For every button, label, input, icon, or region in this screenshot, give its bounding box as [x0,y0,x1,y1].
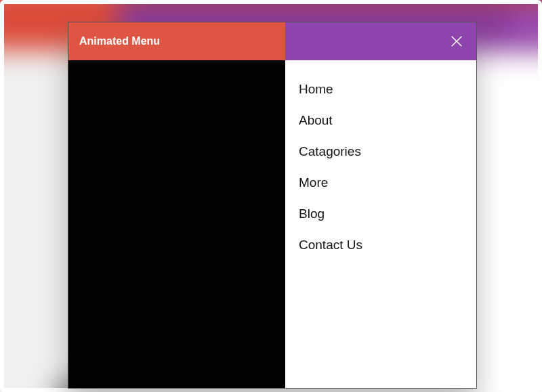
menu-body: Home About Catagories More Blog Contact … [68,60,476,388]
menu-item-label: Blog [299,206,325,221]
menu-item-more[interactable]: More [299,167,463,198]
menu-item-contact[interactable]: Contact Us [299,230,463,261]
close-button[interactable] [448,32,465,50]
menu-header: Animated Menu [68,22,476,60]
menu-item-label: About [299,113,333,127]
menu-list: Home About Catagories More Blog Contact … [299,74,463,261]
menu-right-pane: Home About Catagories More Blog Contact … [285,60,476,388]
menu-item-home[interactable]: Home [299,74,463,105]
menu-item-label: More [299,175,328,190]
menu-item-label: Catagories [299,144,361,158]
menu-title-bar: Animated Menu [68,22,285,60]
menu-item-label: Home [299,82,333,96]
menu-panel: Animated Menu Home About Catagori [68,22,477,389]
menu-header-right [285,22,476,60]
menu-item-blog[interactable]: Blog [299,198,463,230]
menu-item-categories[interactable]: Catagories [299,136,463,167]
menu-left-pane [68,60,285,388]
menu-title: Animated Menu [79,35,160,47]
menu-item-about[interactable]: About [299,105,463,136]
menu-item-label: Contact Us [299,238,362,252]
close-icon [449,34,464,49]
